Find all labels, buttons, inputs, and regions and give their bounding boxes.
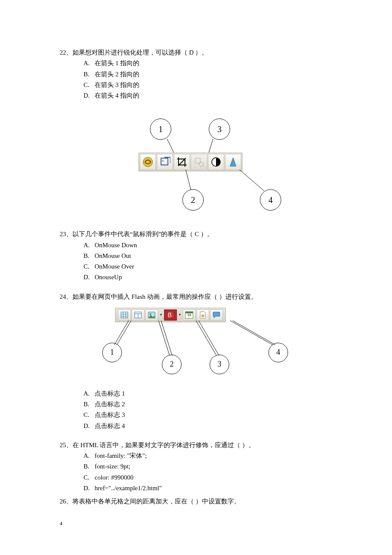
layout-icon[interactable]	[132, 309, 144, 321]
svg-rect-12	[121, 312, 128, 318]
question-24: 24、如果要在网页中插入 Flash 动画，最常用的操作应（ ）进行设置。	[60, 292, 332, 302]
question-number: 26、	[60, 498, 72, 505]
option-text: 点击标志 4	[95, 422, 125, 429]
callout-circle-1: 1	[150, 119, 171, 140]
question-number: 25、	[60, 442, 72, 448]
option-text: color: #990000	[95, 474, 133, 481]
question-number: 23、	[60, 231, 72, 237]
contrast-icon[interactable]	[208, 154, 224, 170]
svg-line-29	[161, 321, 172, 356]
option-letter: B.	[84, 69, 95, 79]
svg-line-32	[230, 321, 273, 345]
svg-line-11	[239, 170, 264, 191]
question-22: 22、如果想对图片进行锐化处理，可以选择（ D ）。	[60, 48, 332, 58]
option-text: OnMouse Over	[95, 263, 134, 270]
option-letter: C.	[84, 80, 95, 90]
option-letter: B.	[84, 462, 95, 471]
option-text: OnouseUp	[95, 274, 122, 280]
toolbar-q22: K	[138, 153, 242, 171]
svg-line-31	[199, 321, 219, 356]
option-text: 在箭头 2 指向的	[95, 71, 139, 78]
question-25-options: A.font-family: "宋体"; B.font-size: 9pt; C…	[60, 451, 332, 493]
svg-line-10	[186, 170, 191, 190]
svg-rect-25	[202, 315, 204, 317]
page-icon[interactable]	[196, 309, 209, 321]
svg-line-30	[196, 321, 216, 356]
callout-circle-3: 3	[210, 355, 229, 374]
svg-line-28	[159, 321, 170, 356]
option-letter: A.	[84, 451, 95, 461]
option-letter: C.	[84, 410, 95, 420]
option-text: 点击标志 1	[95, 390, 125, 397]
dropdown-icon[interactable]: ▼	[178, 310, 182, 320]
option-letter: A.	[84, 240, 95, 250]
image-icon[interactable]	[145, 309, 158, 321]
option-letter: D.	[84, 272, 95, 282]
question-number: 22、	[60, 49, 72, 56]
callout-circle-2: 2	[182, 189, 204, 211]
figure-24: ▼ ▼ 19 1 2 3 4	[60, 304, 332, 381]
option-letter: A.	[84, 58, 95, 68]
svg-line-27	[117, 321, 131, 345]
page-number: 4	[60, 519, 332, 528]
question-number: 24、	[60, 293, 72, 300]
callout-circle-3: 3	[209, 119, 230, 140]
option-text: 在箭头 3 指向的	[95, 81, 139, 88]
resample-icon[interactable]	[191, 154, 207, 170]
option-letter: C.	[84, 262, 95, 272]
option-text: 点击标志 3	[95, 411, 125, 418]
option-text: font-family: "宋体";	[95, 452, 147, 459]
option-letter: B.	[84, 251, 95, 261]
question-text: 以下几个事件中代表“鼠标滑到”的事件是（ C ）。	[72, 231, 213, 237]
option-letter: D.	[84, 421, 95, 431]
svg-point-21	[150, 313, 151, 315]
option-text: OnMouse Down	[95, 242, 137, 249]
option-text: 在箭头 1 指向的	[95, 60, 139, 66]
sharpen-icon[interactable]	[225, 154, 241, 170]
resize-icon[interactable]: K	[157, 154, 173, 170]
callout-circle-4: 4	[260, 189, 281, 211]
dropdown-icon[interactable]: ▼	[159, 310, 163, 320]
option-letter: D.	[84, 483, 95, 493]
question-26: 26、将表格中各单元格之间的距离加大，应在（ ）中设置数字。	[60, 497, 332, 506]
option-text: OnMouse Out	[95, 252, 131, 259]
fireworks-icon[interactable]	[140, 154, 156, 170]
svg-line-26	[114, 321, 129, 345]
question-23-options: A.OnMouse Down B.OnMouse Out C.OnMouse O…	[60, 240, 332, 283]
toolbar-q24: ▼ ▼ 19	[115, 308, 226, 322]
svg-line-33	[233, 321, 275, 345]
svg-line-6	[202, 165, 204, 167]
question-22-options: A.在箭头 1 指向的 B.在箭头 2 指向的 C.在箭头 3 指向的 D.在箭…	[60, 58, 332, 101]
question-23: 23、以下几个事件中代表“鼠标滑到”的事件是（ C ）。	[60, 229, 332, 239]
option-letter: A.	[84, 389, 95, 399]
crop-icon[interactable]	[174, 154, 190, 170]
callout-circle-2: 2	[162, 355, 182, 374]
table-icon[interactable]	[118, 309, 131, 321]
option-text: font-size: 9pt;	[95, 463, 130, 470]
svg-line-9	[209, 139, 213, 153]
question-24-options: A.点击标志 1 B.点击标志 2 C.点击标志 3 D.点击标志 4	[60, 389, 332, 431]
option-letter: D.	[84, 91, 95, 101]
svg-text:K: K	[162, 159, 164, 162]
option-letter: B.	[84, 399, 95, 409]
question-text: 如果要在网页中插入 Flash 动画，最常用的操作应（ ）进行设置。	[72, 293, 257, 300]
callout-circle-1: 1	[102, 343, 122, 362]
option-text: 点击标志 2	[95, 401, 125, 408]
flash-icon[interactable]	[164, 309, 177, 321]
option-text: 在箭头 4 指向的	[95, 92, 139, 99]
svg-line-8	[167, 139, 174, 153]
question-text: 在 HTML 语言中，如果要对文字的字体进行修饰，应通过（ ）。	[72, 442, 255, 448]
comment-icon[interactable]	[210, 309, 223, 321]
date-icon[interactable]: 19	[183, 309, 196, 321]
option-text: href="../example1/2.html"	[95, 485, 162, 491]
question-25: 25、在 HTML 语言中，如果要对文字的字体进行修饰，应通过（ ）。	[60, 440, 332, 450]
callout-circle-4: 4	[268, 343, 288, 362]
option-letter: C.	[84, 473, 95, 483]
figure-22: K 1 3 2 4	[60, 106, 332, 217]
question-text: 如果想对图片进行锐化处理，可以选择（ D ）。	[72, 49, 208, 56]
question-text: 将表格中各单元格之间的距离加大，应在（ ）中设置数字。	[72, 498, 240, 505]
